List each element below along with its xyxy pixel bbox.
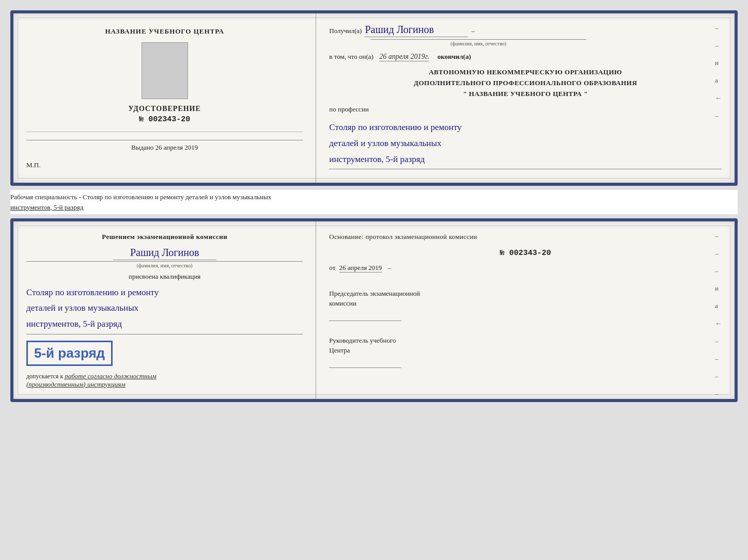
document-card-2: Решением экзаменационной комиссии Рашид … xyxy=(10,218,738,402)
page-container: НАЗВАНИЕ УЧЕБНОГО ЦЕНТРА УДОСТОВЕРЕНИЕ №… xyxy=(5,5,743,407)
ot-date-value: 26 апреля 2019 xyxy=(339,264,382,273)
rukovoditel-signature-line xyxy=(329,359,401,368)
doc1-po-professii: по профессии xyxy=(329,105,722,114)
predsedatel-signature-line xyxy=(329,312,401,321)
doc2-prof-line1: Столяр по изготовлению и ремонту xyxy=(26,285,303,301)
edge2-dash4: – xyxy=(715,337,722,345)
doc2-dopuskaetsya-block: допускается к работе согласно должностны… xyxy=(26,372,157,389)
edge2-arrow: ← xyxy=(715,319,722,328)
doc1-center-title: НАЗВАНИЕ УЧЕБНОГО ЦЕНТРА xyxy=(105,26,224,37)
komissii-label: комиссии xyxy=(329,298,722,309)
doc2-profession: Столяр по изготовлению и ремонту деталей… xyxy=(26,285,303,334)
rukovoditel-label: Руководитель учебного xyxy=(329,335,722,346)
edge2-dash6: – xyxy=(715,372,722,380)
doc1-recipient-name: Рашид Логинов xyxy=(365,24,468,37)
prof-line3: инструментов, 5-й разряд xyxy=(329,152,722,168)
doc1-right-edge: – – и а ← – xyxy=(715,24,722,120)
doc2-prof-line2: деталей и узлов музыкальных xyxy=(26,300,303,316)
edge2-dash3: – xyxy=(715,267,722,275)
doc1-separator1 xyxy=(26,132,303,132)
doc1-vtom-line: в том, что он(а) 26 апреля 2019г. окончи… xyxy=(329,53,722,61)
doc2-razryad-text: 5-й разряд xyxy=(34,345,105,361)
doc1-left-panel: НАЗВАНИЕ УЧЕБНОГО ЦЕНТРА УДОСТОВЕРЕНИЕ №… xyxy=(13,13,316,183)
doc1-org-block: АВТОНОМНУЮ НЕКОММЕРЧЕСКУЮ ОРГАНИЗАЦИЮ ДО… xyxy=(329,67,722,99)
centra-label: Центра xyxy=(329,345,722,356)
doc1-mp: М.П. xyxy=(26,161,40,169)
between-label: Рабочая специальность - Столяр по изгото… xyxy=(10,190,738,214)
doc2-name-subtext: (фамилия, имя, отчество) xyxy=(26,261,303,268)
edge-dash1: – xyxy=(715,24,722,32)
doc2-predsedatel-block: Председатель экзаменационной комиссии xyxy=(329,289,722,321)
doc2-razryad-badge: 5-й разряд xyxy=(26,341,113,366)
edge2-char-a: а xyxy=(715,302,722,310)
prof-line1: Столяр по изготовлению и ремонту xyxy=(329,120,722,136)
doc1-photo xyxy=(142,42,188,99)
doc2-right-panel: Основание: протокол экзаменационной коми… xyxy=(316,221,735,399)
between-text2: инструментов, 5-й разряд xyxy=(10,203,83,211)
vydano-date: 26 апреля 2019 xyxy=(155,143,198,151)
prof-line2: деталей и узлов музыкальных xyxy=(329,136,722,152)
doc1-name-subtext: (фамилия, имя, отчество) xyxy=(370,39,586,46)
org-line3: " НАЗВАНИЕ УЧЕБНОГО ЦЕНТРА " xyxy=(329,89,722,100)
doc2-dash-r: – xyxy=(388,264,392,271)
doc1-cert-block: УДОСТОВЕРЕНИЕ № 002343-20 xyxy=(128,105,200,124)
edge-arrow: ← xyxy=(715,94,722,102)
doc2-right-edge: – – – и а ← – – – – xyxy=(715,232,722,398)
edge2-dash1: – xyxy=(715,232,722,240)
ot-label: от xyxy=(329,264,335,271)
edge-char-i: и xyxy=(715,59,722,67)
org-line2: ДОПОЛНИТЕЛЬНОГО ПРОФЕССИОНАЛЬНОГО ОБРАЗО… xyxy=(329,78,722,89)
edge2-dash5: – xyxy=(715,355,722,363)
document-card-1: НАЗВАНИЕ УЧЕБНОГО ЦЕНТРА УДОСТОВЕРЕНИЕ №… xyxy=(10,10,738,186)
doc2-osnovanie: Основание: протокол экзаменационной коми… xyxy=(329,232,722,243)
doc1-cert-number: № 002343-20 xyxy=(128,115,200,124)
doc2-rukovoditel-block: Руководитель учебного Центра xyxy=(329,335,722,368)
doc2-protokol-number: № 002343-20 xyxy=(329,249,722,258)
dopuskaetsya-label: допускается к xyxy=(26,373,63,380)
doc1-dash1: – xyxy=(471,27,475,35)
doc2-ot-date: от 26 апреля 2019 – xyxy=(329,264,722,272)
vydano-label: Выдано xyxy=(131,143,153,151)
okonchil-label: окончил(а) xyxy=(438,53,471,60)
edge2-char-i: и xyxy=(715,284,722,293)
doc2-left-panel: Решением экзаменационной комиссии Рашид … xyxy=(13,221,316,399)
doc1-profession: Столяр по изготовлению и ремонту деталей… xyxy=(329,120,722,169)
vtom-label: в том, что он(а) xyxy=(329,53,373,60)
doc1-vydano: Выдано 26 апреля 2019 xyxy=(26,140,303,152)
doc1-right-panel: Получил(а) Рашид Логинов – (фамилия, имя… xyxy=(316,13,735,183)
doc1-completion-date: 26 апреля 2019г. xyxy=(379,53,429,61)
edge2-dash2: – xyxy=(715,249,722,258)
doc2-name-block: Рашид Логинов (фамилия, имя, отчество) xyxy=(26,247,303,268)
dopuskaetsya-value: работе согласно должностным xyxy=(65,372,157,380)
edge2-dash7: – xyxy=(715,390,722,398)
dopuskaetsya-value2: (производственным) инструкциям xyxy=(26,380,126,388)
poluchil-label: Получил(а) xyxy=(329,27,362,35)
doc2-prof-line3: инструментов, 5-й разряд xyxy=(26,316,303,332)
between-text1: Рабочая специальность - Столяр по изгото… xyxy=(10,193,271,201)
doc1-cert-title: УДОСТОВЕРЕНИЕ xyxy=(128,105,200,113)
predsedatel-label: Председатель экзаменационной xyxy=(329,289,722,299)
doc2-recipient-name: Рашид Логинов xyxy=(113,247,216,260)
doc2-resheniem: Решением экзаменационной комиссии xyxy=(26,232,303,243)
doc2-prisvoena: присвоена квалификация xyxy=(26,273,303,281)
edge-dash2: – xyxy=(715,41,722,50)
edge-char-a: а xyxy=(715,76,722,85)
edge-dash3: – xyxy=(715,111,722,120)
doc1-poluchil-line: Получил(а) Рашид Логинов – xyxy=(329,24,722,37)
org-line1: АВТОНОМНУЮ НЕКОММЕРЧЕСКУЮ ОРГАНИЗАЦИЮ xyxy=(329,67,722,78)
